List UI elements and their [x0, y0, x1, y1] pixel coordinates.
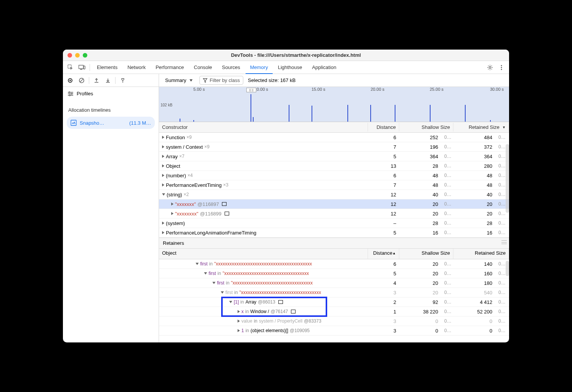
- disclosure-triangle[interactable]: [162, 145, 164, 148]
- disclosure-triangle[interactable]: [171, 202, 174, 206]
- view-dropdown[interactable]: Summary: [163, 76, 195, 85]
- tab-sources[interactable]: Sources: [217, 61, 245, 73]
- snapshot-size: (11.3 M…: [129, 120, 151, 126]
- profiles-header: Profiles: [63, 87, 159, 100]
- col-distance-ret[interactable]: Distance▲: [368, 249, 399, 259]
- selected-size-label: Selected size: 167 kB: [248, 77, 296, 83]
- col-object[interactable]: Object: [159, 249, 368, 259]
- col-distance[interactable]: Distance: [368, 123, 399, 132]
- clear-button[interactable]: [77, 76, 87, 85]
- minimize-window-button[interactable]: [75, 53, 80, 58]
- retainer-row[interactable]: first in "xxxxxxxxxxxxxxxxxxxxxxxxxxxxxx…: [159, 259, 509, 269]
- constructor-row[interactable]: Array ×753640 %3640 %: [159, 152, 509, 161]
- col-constructor[interactable]: Constructor: [159, 123, 368, 132]
- disclosure-triangle[interactable]: [238, 310, 240, 313]
- retainer-row[interactable]: 1 in (object elements)[] @109095300 %00 …: [159, 326, 509, 336]
- retainer-row[interactable]: first in "xxxxxxxxxxxxxxxxxxxxxxxxxxxxxx…: [159, 278, 509, 288]
- col-retained[interactable]: Retained Size ▼: [453, 123, 509, 132]
- disclosure-triangle[interactable]: [238, 329, 240, 332]
- more-menu-icon[interactable]: [496, 62, 507, 73]
- retainers-grid[interactable]: first in "xxxxxxxxxxxxxxxxxxxxxxxxxxxxxx…: [159, 259, 509, 336]
- allocation-bar: [180, 119, 180, 122]
- device-toolbar-icon[interactable]: [77, 62, 87, 73]
- separator: [89, 77, 89, 84]
- chevron-down-icon: [190, 79, 193, 82]
- tab-memory[interactable]: Memory: [246, 61, 273, 74]
- disclosure-triangle[interactable]: [171, 212, 174, 215]
- retainer-row[interactable]: first in "xxxxxxxxxxxxxxxxxxxxxxxxxxxxxx…: [159, 269, 509, 278]
- timeline-ticks: 5.00 s10.00 s15.00 s20.00 s25.00 s30.00 …: [159, 87, 509, 93]
- disclosure-triangle[interactable]: [162, 174, 164, 177]
- snapshot-item[interactable]: Snapsho… (11.3 M…: [67, 117, 155, 129]
- disclosure-triangle[interactable]: [238, 320, 240, 323]
- disclosure-triangle[interactable]: [221, 291, 224, 294]
- main-toolbar: Summary Filter by class Selected size: 1…: [159, 74, 509, 87]
- allocation-bar: [370, 105, 371, 122]
- allocation-timeline[interactable]: 5.00 s10.00 s15.00 s20.00 s25.00 s30.00 …: [159, 87, 509, 122]
- tab-elements[interactable]: Elements: [92, 61, 122, 73]
- timeline-handle[interactable]: || ||: [246, 88, 256, 92]
- collect-garbage-icon[interactable]: [118, 76, 128, 85]
- disclosure-triangle[interactable]: [196, 263, 199, 265]
- constructor-row[interactable]: PerformanceLongAnimationFrameTiming5160 …: [159, 228, 509, 238]
- constructor-row[interactable]: (system)–280 %280 %: [159, 218, 509, 228]
- export-icon[interactable]: [103, 76, 113, 85]
- close-window-button[interactable]: [67, 53, 72, 58]
- constructor-row[interactable]: system / Context ×971960 %3720 %: [159, 142, 509, 152]
- disclosure-triangle[interactable]: [229, 301, 232, 303]
- timeline-y-label: 102 kB: [161, 103, 172, 107]
- filter-icon: [203, 78, 207, 83]
- constructor-row[interactable]: "xxxxxxxx" @11689912200 %200 %: [159, 209, 509, 218]
- retainers-menu-icon[interactable]: [501, 240, 507, 244]
- inspect-element-icon[interactable]: [65, 62, 76, 73]
- disclosure-triangle[interactable]: [162, 136, 164, 139]
- constructor-row[interactable]: Object13280 %2800 %: [159, 161, 509, 171]
- constructor-row[interactable]: "xxxxxxx" @11689712200 %200 %: [159, 199, 509, 209]
- timeline-tick: 20.00 s: [371, 87, 384, 92]
- svg-point-8: [69, 92, 70, 93]
- tab-network[interactable]: Network: [123, 61, 150, 73]
- constructor-row[interactable]: Function ×962520 %4840 %: [159, 133, 509, 142]
- constructor-row[interactable]: (string) ×212400 %400 %: [159, 190, 509, 199]
- tab-performance[interactable]: Performance: [151, 61, 188, 73]
- settings-gear-icon[interactable]: [485, 62, 495, 73]
- retainer-row[interactable]: first in "xxxxxxxxxxxxxxxxxxxxxxxxxxxxxx…: [159, 288, 509, 297]
- constructor-row[interactable]: PerformanceEventTiming ×37480 %480 %: [159, 180, 509, 190]
- constructor-row[interactable]: (number) ×46480 %480 %: [159, 171, 509, 180]
- allocation-bar: [193, 120, 194, 122]
- disclosure-triangle[interactable]: [162, 222, 164, 225]
- disclosure-triangle[interactable]: [162, 155, 164, 158]
- scrollbar[interactable]: [506, 144, 509, 213]
- retainer-row[interactable]: value in system / PropertyCell @83373300…: [159, 316, 509, 326]
- sidebar-toolbar: [63, 74, 159, 87]
- constructors-grid[interactable]: Function ×962520 %4840 %system / Context…: [159, 133, 509, 238]
- col-shallow[interactable]: Shallow Size: [399, 123, 453, 132]
- col-shallow-ret[interactable]: Shallow Size: [399, 249, 453, 259]
- import-icon[interactable]: [92, 76, 101, 85]
- disclosure-triangle[interactable]: [162, 193, 165, 196]
- record-button[interactable]: [65, 76, 75, 85]
- svg-point-3: [489, 66, 491, 68]
- svg-point-4: [501, 65, 502, 66]
- svg-point-6: [501, 69, 502, 70]
- window-icon: [222, 202, 227, 206]
- retainer-row[interactable]: [1] in Array @860132920 %4 4120 %: [159, 297, 509, 307]
- tab-application[interactable]: Application: [307, 61, 341, 73]
- disclosure-triangle[interactable]: [162, 164, 164, 167]
- allocation-bar: [465, 105, 466, 122]
- window-icon: [225, 212, 229, 215]
- constructors-header: Constructor Distance Shallow Size Retain…: [159, 122, 509, 133]
- disclosure-triangle[interactable]: [212, 282, 215, 284]
- scrollbar[interactable]: [506, 261, 509, 276]
- tab-lighthouse[interactable]: Lighthouse: [273, 61, 307, 73]
- maximize-window-button[interactable]: [83, 53, 87, 58]
- col-retained-ret[interactable]: Retained Size: [453, 249, 509, 259]
- filter-placeholder: Filter by class: [210, 77, 240, 83]
- disclosure-triangle[interactable]: [162, 183, 164, 186]
- retainer-row[interactable]: x in Window / @76147138 2200 %52 2000 %: [159, 307, 509, 316]
- retainers-title: Retainers: [159, 238, 509, 249]
- class-filter-input[interactable]: Filter by class: [199, 76, 243, 85]
- disclosure-triangle[interactable]: [204, 272, 207, 275]
- tab-console[interactable]: Console: [189, 61, 217, 73]
- disclosure-triangle[interactable]: [162, 231, 164, 234]
